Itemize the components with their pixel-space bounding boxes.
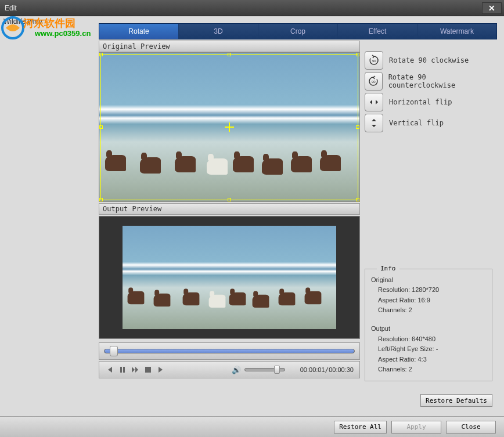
- apply-button[interactable]: Apply: [391, 421, 441, 434]
- info-output-header: Output: [371, 324, 486, 334]
- info-original-aspect: Aspect Ratio: 16:9: [371, 295, 486, 306]
- crop-handle-tr[interactable]: [356, 53, 359, 56]
- content-area: Rotate 3D Crop Effect Watermark Original…: [0, 16, 504, 416]
- rotate-ccw-label: Rotate 90 counterclockwise: [388, 73, 492, 89]
- output-preview-label: Output Preview: [99, 203, 360, 215]
- info-output-channels: Channels: 2: [371, 364, 486, 375]
- edit-window: Edit ✕ Wildlife.wmv 河东软件园 www.pc0359.cn …: [0, 0, 504, 437]
- original-preview[interactable]: [99, 52, 360, 202]
- stop-icon: [145, 366, 152, 373]
- site-url: www.pc0359.cn: [35, 29, 91, 38]
- rotate-options: 90 Rotate 90 clockwise 90 Rotate 90 coun…: [365, 43, 492, 132]
- volume-thumb[interactable]: [274, 366, 280, 374]
- close-button[interactable]: Close: [446, 421, 496, 434]
- svg-text:90: 90: [372, 59, 376, 63]
- options-column: 90 Rotate 90 clockwise 90 Rotate 90 coun…: [360, 41, 497, 409]
- window-close-button[interactable]: ✕: [482, 2, 502, 14]
- scrub-track[interactable]: [104, 349, 355, 353]
- tab-watermark[interactable]: Watermark: [417, 24, 496, 39]
- crop-handle-bc[interactable]: [228, 198, 231, 201]
- crop-handle-ml[interactable]: [99, 125, 103, 129]
- svg-rect-2: [123, 367, 125, 373]
- next-frame-button[interactable]: [156, 365, 165, 374]
- original-video-frame: [99, 53, 359, 201]
- time-display: 00:00:01/00:00:30: [300, 366, 354, 374]
- tab-crop[interactable]: Crop: [258, 24, 338, 39]
- info-output-aspect: Aspect Ratio: 4:3: [371, 355, 486, 365]
- flip-horizontal-icon: [365, 93, 383, 111]
- info-box: Info Original Resolution: 1280*720 Aspec…: [365, 269, 492, 381]
- svg-rect-1: [120, 367, 122, 373]
- playback-controls: 🔊 00:00:01/00:00:30: [99, 361, 360, 378]
- stop-button[interactable]: [143, 365, 153, 374]
- flip-horizontal-label: Horizontal flip: [389, 98, 452, 106]
- rotate-cw-icon: 90: [365, 51, 383, 70]
- flip-vertical-label: Vertical flip: [389, 119, 444, 127]
- output-preview: [99, 216, 360, 339]
- info-output-eyesize: Left/Right Eye Size: -: [371, 344, 486, 355]
- fast-forward-icon: [131, 366, 139, 373]
- next-frame-icon: [157, 366, 164, 373]
- scrub-thumb[interactable]: [110, 346, 118, 356]
- site-name-cn: 河东软件园: [23, 16, 75, 30]
- info-original-channels: Channels: 2: [371, 305, 486, 316]
- crop-handle-br[interactable]: [356, 198, 359, 201]
- crop-frame[interactable]: [100, 54, 358, 200]
- crop-handle-mr[interactable]: [356, 125, 359, 129]
- flip-horizontal-button[interactable]: Horizontal flip: [365, 93, 492, 111]
- volume-icon: 🔊: [232, 366, 241, 374]
- volume-slider[interactable]: [244, 368, 285, 371]
- prev-frame-button[interactable]: [105, 365, 114, 374]
- preview-column: Original Preview: [99, 41, 360, 409]
- pause-icon: [119, 366, 126, 373]
- tab-3d[interactable]: 3D: [179, 24, 258, 39]
- flip-vertical-button[interactable]: Vertical flip: [365, 114, 492, 132]
- main-area: Original Preview: [99, 41, 497, 409]
- watermark-overlay: Wildlife.wmv 河东软件园 www.pc0359.cn: [0, 16, 99, 37]
- crosshair-icon: [225, 122, 234, 132]
- rotate-cw-button[interactable]: 90 Rotate 90 clockwise: [365, 51, 492, 70]
- fast-forward-button[interactable]: [131, 365, 140, 374]
- svg-text:90: 90: [372, 80, 376, 84]
- restore-defaults-button[interactable]: Restore Defaults: [420, 394, 492, 407]
- restore-all-button[interactable]: Restore All: [334, 421, 387, 434]
- pause-button[interactable]: [118, 365, 127, 374]
- tab-rotate[interactable]: Rotate: [99, 24, 179, 39]
- original-preview-label: Original Preview: [99, 41, 360, 52]
- prev-frame-icon: [106, 366, 113, 373]
- rotate-ccw-icon: 90: [365, 72, 383, 91]
- crop-handle-tl[interactable]: [99, 53, 103, 56]
- close-icon: ✕: [488, 3, 495, 13]
- rotate-ccw-button[interactable]: 90 Rotate 90 counterclockwise: [365, 72, 492, 91]
- info-original-resolution: Resolution: 1280*720: [371, 285, 486, 295]
- info-original-header: Original: [371, 275, 486, 286]
- info-original: Original Resolution: 1280*720 Aspect Rat…: [371, 275, 486, 316]
- rotate-cw-label: Rotate 90 clockwise: [389, 56, 469, 64]
- crop-handle-bl[interactable]: [99, 198, 103, 201]
- info-legend: Info: [377, 265, 399, 272]
- flip-vertical-icon: [365, 114, 383, 132]
- edit-tabs: Rotate 3D Crop Effect Watermark: [99, 23, 497, 39]
- info-output: Output Resolution: 640*480 Left/Right Ey…: [371, 324, 486, 375]
- output-video-content: [123, 226, 336, 329]
- crop-handle-tc[interactable]: [228, 53, 231, 56]
- titlebar: Edit ✕: [0, 0, 504, 16]
- info-output-resolution: Resolution: 640*480: [371, 334, 486, 345]
- tab-effect[interactable]: Effect: [338, 24, 417, 39]
- scrub-bar: [99, 342, 360, 360]
- window-title: Edit: [2, 4, 17, 12]
- footer: Restore All Apply Close: [0, 416, 504, 437]
- svg-rect-3: [145, 367, 151, 373]
